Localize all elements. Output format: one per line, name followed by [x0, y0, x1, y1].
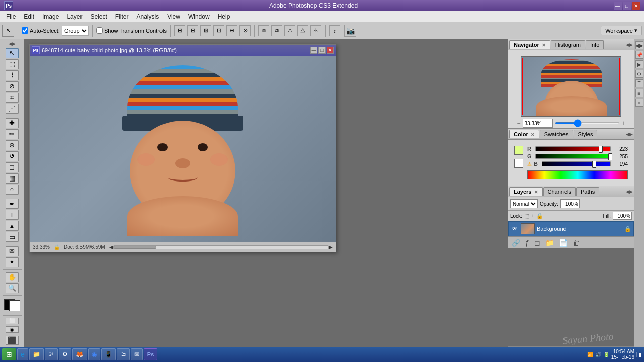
rstrip-btn-1[interactable]: 📌 [635, 51, 643, 59]
close-button[interactable]: ✕ [632, 2, 640, 10]
lock-position-btn[interactable]: + [531, 213, 534, 219]
layers-tab[interactable]: Layers ✕ [509, 187, 543, 196]
color-selector[interactable] [4, 299, 20, 311]
color-spectrum-bar[interactable] [527, 170, 628, 179]
scroll-right-btn[interactable]: ▶ [329, 244, 333, 250]
fill-input[interactable] [613, 212, 632, 220]
new-layer-btn[interactable]: 📄 [557, 239, 569, 247]
image-canvas[interactable] [30, 56, 336, 242]
change-screen-btn[interactable]: ⬛ [6, 336, 19, 345]
align-center-v-btn[interactable]: ⊕ [226, 25, 237, 36]
workspace-button[interactable]: Workspace ▾ [601, 26, 642, 35]
distribute-4-btn[interactable]: ⧋ [297, 25, 308, 36]
align-right-btn[interactable]: ⊠ [200, 25, 211, 36]
start-button[interactable]: ⊞ [2, 348, 16, 360]
fg-swatch[interactable] [514, 146, 523, 155]
taskbar-chrome[interactable]: ◉ [88, 348, 100, 360]
navigator-tab[interactable]: Navigator ✕ [509, 40, 550, 49]
info-tab[interactable]: Info [586, 40, 604, 49]
menu-image[interactable]: Image [38, 12, 63, 21]
zoom-icon[interactable]: 🔒 [54, 244, 60, 250]
layers-collapse-btn[interactable]: ◀▶ [626, 189, 633, 194]
rstrip-btn-5[interactable]: ≡ [635, 89, 643, 97]
taskbar-ie[interactable]: e [17, 348, 28, 360]
color-collapse-btn[interactable]: ◀▶ [626, 132, 633, 137]
quick-mask-btn[interactable]: ◉ [6, 326, 19, 333]
move-tool-btn[interactable]: ↖ [6, 48, 19, 58]
clone-tool-btn[interactable]: ⊛ [6, 140, 19, 150]
rstrip-btn-6[interactable]: • [635, 99, 643, 107]
lasso-tool-btn[interactable]: ⌇ [6, 70, 19, 80]
taskbar-mail[interactable]: ✉ [131, 348, 143, 360]
navigator-collapse-btn[interactable]: ◀▶ [626, 42, 633, 47]
type-tool-btn[interactable]: T [6, 210, 19, 220]
taskbar-ps[interactable]: Ps [144, 348, 157, 360]
lock-all-btn[interactable]: 🔒 [536, 213, 543, 219]
pen-tool-btn[interactable]: ✒ [6, 199, 19, 209]
color-tab[interactable]: Color ✕ [509, 130, 539, 138]
align-bottom-btn[interactable]: ⊗ [239, 25, 251, 36]
zoom-slider[interactable] [555, 122, 620, 124]
menu-help[interactable]: Help [214, 12, 234, 21]
taskbar-store[interactable]: 🛍 [45, 348, 58, 360]
menu-file[interactable]: File [2, 12, 20, 21]
red-slider[interactable] [535, 146, 611, 151]
blend-mode-dropdown[interactable]: Normal [510, 199, 538, 208]
delete-layer-btn[interactable]: 🗑 [571, 239, 581, 247]
screen-mode-icon[interactable]: ⬜ [6, 318, 19, 324]
navigator-preview[interactable] [521, 56, 621, 117]
toolbox-collapse-btn[interactable]: ◀▶ [9, 41, 16, 46]
menu-select[interactable]: Select [86, 12, 111, 21]
dodge-tool-btn[interactable]: ○ [6, 185, 19, 195]
menu-filter[interactable]: Filter [111, 12, 133, 21]
rstrip-collapse-btn[interactable]: ◀▶ [635, 41, 643, 49]
distribute-5-btn[interactable]: ⧌ [310, 25, 321, 36]
histogram-tab[interactable]: Histogram [551, 40, 585, 49]
minimize-button[interactable]: — [614, 2, 622, 10]
distribute-1-btn[interactable]: ⧈ [258, 25, 269, 36]
eyedropper-btn[interactable]: ✦ [6, 257, 19, 267]
layer-visibility-toggle[interactable]: 👁 [511, 225, 519, 233]
menu-edit[interactable]: Edit [20, 12, 38, 21]
lock-pixels-btn[interactable]: ⬚ [524, 213, 529, 219]
align-left-btn[interactable]: ⊞ [174, 25, 185, 36]
swatches-tab[interactable]: Swatches [540, 130, 573, 138]
background-layer[interactable]: 👁 Background 🔒 [508, 221, 634, 236]
layer-effects-btn[interactable]: ƒ [524, 239, 531, 247]
align-center-h-btn[interactable]: ⊟ [187, 25, 198, 36]
doc-minimize-btn[interactable]: — [310, 47, 317, 54]
link-layers-btn[interactable]: 🔗 [510, 239, 522, 247]
rstrip-btn-3[interactable]: ⚙ [635, 70, 643, 78]
taskbar-control[interactable]: ⚙ [59, 348, 71, 360]
maximize-button[interactable]: □ [623, 2, 631, 10]
h-scrollbar[interactable] [113, 245, 329, 249]
nav-zoom-in-btn[interactable]: + [622, 120, 625, 127]
rstrip-btn-2[interactable]: ▶ [635, 60, 643, 68]
healing-tool-btn[interactable]: ✚ [6, 118, 19, 128]
color-close-btn[interactable]: ✕ [531, 132, 535, 137]
layer-mask-btn[interactable]: ◻ [533, 239, 542, 247]
menu-window[interactable]: Window [184, 12, 214, 21]
opacity-input[interactable] [560, 199, 580, 208]
taskbar-explorer[interactable]: 📁 [29, 348, 44, 360]
navigator-close-btn[interactable]: ✕ [542, 43, 546, 48]
zoom-input[interactable] [523, 119, 553, 128]
shape-tool-btn[interactable]: ▭ [6, 232, 19, 242]
background-color[interactable] [9, 300, 20, 311]
history-tool-btn[interactable]: ↺ [6, 151, 19, 161]
menu-layer[interactable]: Layer [63, 12, 86, 21]
rstrip-btn-4[interactable]: T [635, 79, 643, 87]
doc-close-btn[interactable]: ✕ [327, 47, 334, 54]
screen-mode-btn[interactable]: 📷 [344, 25, 356, 37]
styles-tab[interactable]: Styles [574, 130, 598, 138]
gradient-tool-btn[interactable]: ▦ [6, 173, 19, 184]
zoom-tool-btn[interactable]: 🔍 [6, 283, 19, 293]
menu-analysis[interactable]: Analysis [132, 12, 163, 21]
align-top-btn[interactable]: ⊡ [213, 25, 224, 36]
crop-tool-btn[interactable]: ⌗ [6, 93, 19, 103]
blue-slider[interactable] [542, 161, 611, 166]
channels-tab[interactable]: Channels [543, 187, 576, 196]
taskbar-viber[interactable]: 📱 [101, 348, 116, 360]
green-slider[interactable] [535, 154, 611, 159]
nav-zoom-out-btn[interactable]: − [517, 120, 520, 127]
